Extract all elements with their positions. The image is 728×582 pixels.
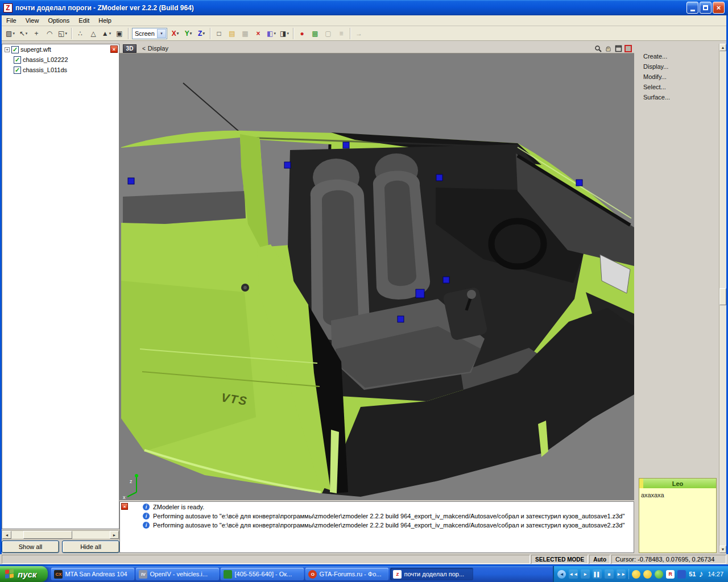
vertices-mode-button[interactable]: ∴ — [74, 27, 86, 40]
show-all-button[interactable]: Show all — [2, 541, 59, 553]
viewport-view-name[interactable]: Display — [148, 45, 168, 52]
objects-mode-button[interactable]: ▣ — [113, 27, 126, 40]
tree-horizontal-scrollbar[interactable]: ◄ ► — [2, 530, 119, 539]
log-close-button[interactable]: × — [121, 503, 128, 510]
taskbar-item-zmodeler[interactable]: Z почти доделал пор... — [390, 568, 473, 580]
axis-y-toggle[interactable]: Y▾ — [182, 27, 195, 40]
taskbar-item-openiv[interactable]: IV OpenIV - vehicles.i... — [136, 568, 219, 580]
scrollbar-track[interactable] — [11, 531, 110, 539]
new-file-button[interactable]: □ — [213, 27, 225, 40]
sticky-note[interactable]: Leo ахахаха — [639, 478, 717, 553]
menu-options[interactable]: Options — [43, 16, 74, 25]
selection-marker[interactable] — [284, 162, 291, 168]
panel-vertical-scrollbar[interactable]: ▲ ▼ — [719, 44, 726, 553]
menu-help[interactable]: Help — [94, 16, 116, 25]
tray-r-icon[interactable]: R — [666, 570, 675, 579]
selection-marker[interactable] — [416, 289, 424, 298]
menu-file[interactable]: File — [2, 16, 21, 25]
checkbox-checked-icon[interactable]: ✓ — [14, 56, 21, 64]
window-titlebar[interactable]: Z почти доделал пороги - ZModeler ver 2.… — [0, 0, 728, 15]
tree-item-chassis2[interactable]: ✓ chassis_L011ds — [2, 65, 119, 75]
command-surface[interactable]: Surface... — [643, 94, 726, 101]
save-file-button[interactable]: ▦ — [239, 27, 251, 40]
tray-smiley-icon[interactable] — [643, 570, 652, 579]
taskbar-item-mta[interactable]: CX MTA San Andreas 104 — [51, 568, 134, 580]
combo-dropdown-icon[interactable]: ▾ — [157, 29, 166, 38]
note-header[interactable]: Leo — [639, 479, 716, 488]
checkbox-checked-icon[interactable]: ✓ — [14, 66, 21, 74]
select-tool-button[interactable]: ↖▾ — [17, 27, 30, 40]
redo-button[interactable]: → — [353, 27, 365, 40]
taskbar-item-image[interactable]: [405-556-640] - Ок... — [221, 568, 304, 580]
command-display[interactable]: Display... — [643, 63, 726, 70]
selection-marker[interactable] — [576, 180, 582, 186]
media-next-button[interactable]: ►► — [617, 569, 626, 579]
menu-edit[interactable]: Edit — [74, 16, 94, 25]
scrollbar-thumb[interactable] — [719, 288, 726, 305]
selection-marker[interactable] — [343, 142, 349, 148]
volume-icon[interactable]: ♪ — [698, 569, 703, 579]
hide-icons-chevron[interactable]: ◄ — [557, 570, 566, 579]
command-modify[interactable]: Modify... — [643, 73, 726, 80]
texture-tool-button[interactable]: ▧▾ — [4, 27, 16, 40]
plugins-button[interactable]: ▩ — [309, 27, 321, 40]
hide-all-button[interactable]: Hide all — [62, 541, 119, 553]
auto-indicator[interactable]: Auto — [589, 555, 610, 564]
minimize-button[interactable] — [686, 2, 698, 14]
viewport-back-button[interactable]: < — [142, 45, 146, 52]
rotate-tool-button[interactable]: ◠ — [43, 27, 56, 40]
zoom-icon[interactable] — [594, 44, 602, 52]
media-stop-button[interactable]: ■ — [605, 569, 614, 579]
tray-shield-icon[interactable] — [677, 570, 686, 579]
scroll-left-button[interactable]: ◄ — [2, 531, 11, 539]
selection-marker[interactable] — [128, 178, 134, 184]
scroll-right-button[interactable]: ► — [110, 531, 119, 539]
scrollbar-thumb[interactable] — [23, 531, 73, 539]
pan-hand-icon[interactable] — [604, 44, 612, 52]
panel-close-button[interactable]: × — [110, 45, 118, 53]
scroll-down-button[interactable]: ▼ — [719, 546, 726, 553]
viewport-mode-tab[interactable]: 3D — [123, 44, 136, 53]
media-prev-button[interactable]: ◄◄ — [569, 569, 578, 579]
close-button[interactable]: × — [713, 2, 725, 14]
scene-tree[interactable]: × + ✓ supergt.wft ✓ chassis_L02222 ✓ cha… — [2, 44, 119, 529]
axis-z-toggle[interactable]: Z▾ — [195, 27, 208, 40]
checkbox-checked-icon[interactable]: ✓ — [11, 46, 19, 53]
settings-button[interactable]: ▢ — [322, 27, 334, 40]
maximize-button[interactable] — [700, 2, 712, 14]
taskbar-item-browser[interactable]: O GTA-Forums.ru - Фо... — [305, 568, 388, 580]
tray-messenger-icon[interactable] — [632, 570, 640, 579]
command-select[interactable]: Select... — [643, 84, 726, 90]
command-create[interactable]: Create... — [643, 53, 726, 60]
axis-x-toggle[interactable]: X▾ — [169, 27, 181, 40]
detach-button[interactable]: ◨▾ — [278, 27, 291, 40]
tree-item-supergt[interactable]: + ✓ supergt.wft — [2, 44, 119, 55]
list-button[interactable]: ≡ — [335, 27, 348, 40]
delete-button[interactable]: × — [252, 27, 264, 40]
move-tool-button[interactable]: + — [30, 27, 43, 40]
menu-view[interactable]: View — [21, 16, 44, 25]
selection-marker[interactable] — [443, 277, 449, 283]
media-pause-button[interactable]: ▌▌ — [593, 569, 602, 579]
start-button[interactable]: пуск — [0, 566, 48, 582]
media-play-button[interactable]: ► — [581, 569, 590, 579]
selection-marker[interactable] — [398, 316, 404, 322]
viewport-close-icon[interactable] — [624, 45, 632, 52]
screen-mode-select[interactable]: Screen ▾ — [132, 28, 167, 39]
tree-item-chassis1[interactable]: ✓ chassis_L02222 — [2, 55, 119, 65]
tree-expander-icon[interactable]: + — [5, 47, 10, 52]
faces-mode-button[interactable]: ▲▾ — [100, 27, 113, 40]
viewport-canvas[interactable]: VTS z x — [119, 53, 634, 500]
edges-mode-button[interactable]: △ — [87, 27, 100, 40]
selection-marker[interactable] — [436, 174, 442, 181]
open-file-button[interactable]: ▤ — [226, 27, 238, 40]
scroll-up-button[interactable]: ▲ — [719, 44, 726, 51]
scene-tree-panel: × + ✓ supergt.wft ✓ chassis_L02222 ✓ cha… — [2, 44, 119, 553]
tray-antivirus-icon[interactable] — [655, 570, 663, 579]
note-grip[interactable] — [639, 479, 643, 488]
attach-button[interactable]: ◧▾ — [265, 27, 278, 40]
render-button[interactable]: ● — [296, 27, 308, 40]
note-body[interactable]: ахахаха — [639, 488, 716, 552]
scale-tool-button[interactable]: ◱▾ — [56, 27, 69, 40]
maximize-viewport-icon[interactable] — [614, 44, 622, 52]
